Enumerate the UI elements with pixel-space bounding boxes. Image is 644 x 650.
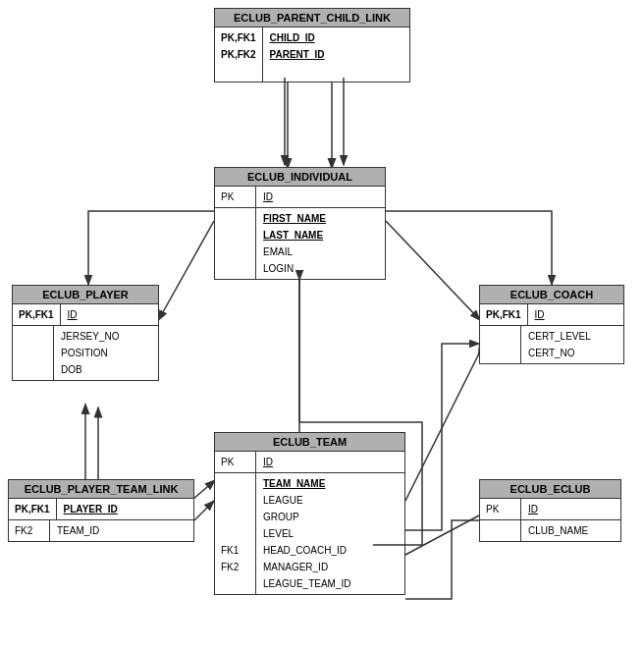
field-club-name: CLUB_NAME	[526, 522, 590, 539]
entity-header-eclub-player-team-link: ECLUB_PLAYER_TEAM_LINK	[9, 480, 193, 499]
key-pkfk1-coach: PK,FK1	[484, 306, 523, 323]
field-parent-id: PARENT_ID	[268, 46, 327, 63]
svg-line-3	[386, 221, 479, 319]
key-fk2-ptl: FK2	[13, 522, 45, 539]
entity-eclub-team: ECLUB_TEAM PK ID FK1 FK2 TEAM_NAME LEA	[214, 432, 405, 595]
field-id-player: ID	[66, 306, 80, 323]
field-manager-id: MANAGER_ID	[261, 559, 352, 575]
key-pk-eclub: PK	[484, 501, 516, 517]
field-team-name: TEAM_NAME	[261, 475, 352, 492]
field-cert-no: CERT_NO	[526, 345, 593, 361]
key-pk-ind: PK	[219, 189, 251, 205]
field-empty	[268, 63, 327, 80]
field-group: GROUP	[261, 509, 352, 525]
field-league-team-id: LEAGUE_TEAM_ID	[261, 575, 352, 592]
field-dob: DOB	[59, 361, 121, 378]
entity-header-eclub-eclub: ECLUB_ECLUB	[480, 480, 620, 499]
field-first-name: FIRST_NAME	[261, 210, 328, 227]
key-pkfk1-ptl: PK,FK1	[13, 501, 52, 517]
entity-header-eclub-player: ECLUB_PLAYER	[13, 286, 158, 304]
field-id-eclub: ID	[526, 501, 540, 517]
entity-eclub-player: ECLUB_PLAYER PK,FK1 ID JERSEY_NO POSITIO…	[12, 285, 159, 381]
field-team-id: TEAM_ID	[55, 522, 101, 539]
key-pkfk1-player: PK,FK1	[17, 306, 56, 323]
field-email: EMAIL	[261, 244, 328, 260]
er-diagram: ECLUB_PARENT_CHILD_LINK PK,FK1 PK,FK2 CH…	[0, 0, 644, 650]
field-child-id: CHILD_ID	[268, 29, 327, 46]
entity-eclub-player-team-link: ECLUB_PLAYER_TEAM_LINK PK,FK1 PLAYER_ID …	[8, 479, 194, 542]
key-pk-fk2: PK,FK2	[219, 46, 258, 63]
field-player-id: PLAYER_ID	[62, 501, 120, 517]
field-id-coach: ID	[533, 306, 547, 323]
svg-line-8	[405, 515, 479, 555]
entity-eclub-coach: ECLUB_COACH PK,FK1 ID CERT_LEVEL CERT_NO	[479, 285, 624, 364]
field-login: LOGIN	[261, 260, 328, 277]
entity-eclub-individual: ECLUB_INDIVIDUAL PK ID FIRST_NAME LAST_N…	[214, 167, 386, 280]
field-last-name: LAST_NAME	[261, 227, 328, 244]
field-id-ind: ID	[261, 189, 275, 205]
field-cert-level: CERT_LEVEL	[526, 328, 593, 345]
field-jersey-no: JERSEY_NO	[59, 328, 121, 345]
field-head-coach-id: HEAD_COACH_ID	[261, 542, 352, 559]
key-pk-team: PK	[219, 454, 251, 470]
svg-line-2	[159, 221, 214, 319]
key-pk-fk1: PK,FK1	[219, 29, 258, 46]
svg-line-14	[194, 501, 214, 520]
entity-header-eclub-parent-child-link: ECLUB_PARENT_CHILD_LINK	[215, 9, 409, 27]
field-level: LEVEL	[261, 525, 352, 542]
field-league: LEAGUE	[261, 492, 352, 509]
svg-line-6	[405, 353, 479, 501]
entity-eclub-eclub: ECLUB_ECLUB PK ID CLUB_NAME	[479, 479, 621, 542]
entity-header-eclub-coach: ECLUB_COACH	[480, 286, 623, 304]
key-empty	[219, 63, 258, 80]
entity-header-eclub-individual: ECLUB_INDIVIDUAL	[215, 168, 385, 187]
field-position: POSITION	[59, 345, 121, 361]
entity-eclub-parent-child-link: ECLUB_PARENT_CHILD_LINK PK,FK1 PK,FK2 CH…	[214, 8, 410, 82]
entity-header-eclub-team: ECLUB_TEAM	[215, 433, 404, 452]
field-id-team: ID	[261, 454, 275, 470]
